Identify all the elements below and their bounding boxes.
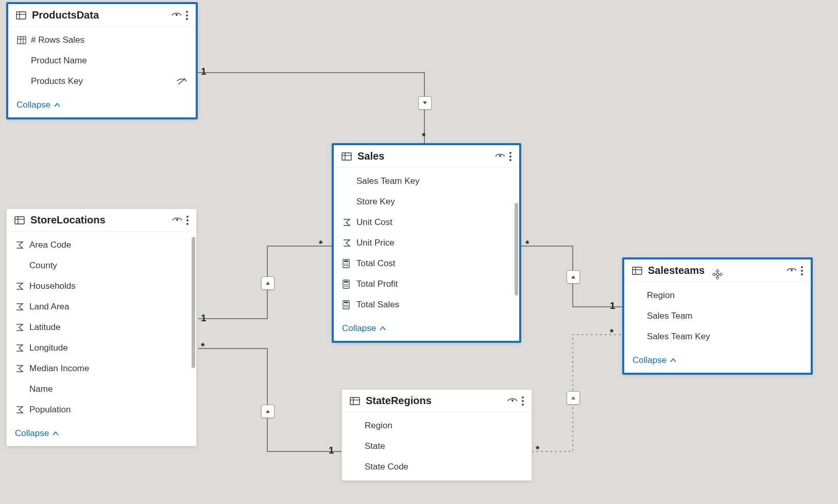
scrollbar-thumb[interactable] <box>192 237 195 368</box>
calculator-icon <box>342 280 356 289</box>
visibility-icon[interactable] <box>494 151 506 162</box>
model-canvas[interactable]: 1 * 1 * * 1 * 1 * * ProductsData # Ro <box>0 0 838 504</box>
table-icon <box>15 10 27 21</box>
field-row[interactable]: Total Sales <box>334 294 519 315</box>
field-row[interactable]: Total Profit <box>334 274 519 294</box>
table-card-sales[interactable]: Sales Sales Team Key Store Key Unit Cost… <box>332 143 521 343</box>
more-options-icon[interactable] <box>509 151 512 162</box>
svg-point-48 <box>186 219 189 221</box>
svg-point-60 <box>791 269 793 271</box>
more-options-icon[interactable] <box>186 215 189 225</box>
svg-point-41 <box>346 306 347 307</box>
svg-point-32 <box>344 286 345 287</box>
field-row[interactable]: Unit Cost <box>334 212 519 233</box>
table-icon <box>341 151 352 162</box>
table-card-stateregions[interactable]: StateRegions Region State State Code <box>341 389 532 481</box>
sigma-icon <box>15 364 29 373</box>
field-row[interactable]: Region <box>624 285 811 306</box>
field-label: Households <box>29 281 188 291</box>
collapse-button[interactable]: Collapse <box>7 423 196 446</box>
field-row[interactable]: Area Code <box>7 235 196 255</box>
field-label: Products Key <box>31 76 176 86</box>
field-row[interactable]: Sales Team Key <box>624 326 811 347</box>
more-options-icon[interactable] <box>185 10 189 21</box>
field-label: Median Income <box>29 363 188 374</box>
relationship-arrow-icon[interactable] <box>567 391 580 405</box>
collapse-button[interactable]: Collapse <box>8 95 196 117</box>
card-header[interactable]: ProductsData <box>8 4 196 27</box>
field-row[interactable]: Store Key <box>334 192 519 212</box>
relationship-arrow-icon[interactable] <box>261 276 275 290</box>
card-header[interactable]: StoreLocations <box>7 209 196 232</box>
field-row[interactable]: State Code <box>342 457 532 477</box>
field-row[interactable]: Sales Team <box>624 306 811 326</box>
field-row[interactable]: Sales Team Key <box>334 171 519 192</box>
field-row[interactable]: County <box>7 255 196 276</box>
collapse-button[interactable]: Collapse <box>334 318 519 341</box>
field-row[interactable]: Total Cost <box>334 253 519 274</box>
svg-point-5 <box>186 14 188 16</box>
sigma-icon <box>15 405 29 414</box>
field-label: Sales Team Key <box>647 332 802 342</box>
measure-icon <box>16 35 31 45</box>
collapse-label: Collapse <box>15 428 49 439</box>
field-row[interactable]: Latitude <box>7 317 196 338</box>
scrollbar-thumb[interactable] <box>515 203 518 296</box>
more-options-icon[interactable] <box>521 396 524 406</box>
field-row[interactable]: Name <box>7 379 196 399</box>
svg-rect-43 <box>15 217 24 224</box>
sigma-icon <box>342 218 356 227</box>
field-label: County <box>29 260 188 271</box>
svg-point-62 <box>801 270 803 272</box>
chevron-up-icon <box>670 357 677 364</box>
field-row[interactable]: Region <box>342 415 532 436</box>
visibility-icon[interactable] <box>507 395 518 407</box>
svg-point-42 <box>347 306 348 307</box>
svg-point-46 <box>176 219 178 221</box>
table-card-productsdata[interactable]: ProductsData # Rows Sales Product Name <box>6 2 198 119</box>
svg-point-3 <box>176 14 178 16</box>
field-row[interactable]: Longitude <box>7 338 196 358</box>
svg-point-22 <box>346 264 347 265</box>
field-row[interactable]: Households <box>7 276 196 297</box>
visibility-icon[interactable] <box>171 10 182 21</box>
sigma-icon <box>15 343 29 353</box>
relationship-arrow-icon[interactable] <box>261 405 275 418</box>
relationship-arrow-icon[interactable] <box>567 270 580 284</box>
field-row[interactable]: State <box>342 436 532 457</box>
visibility-icon[interactable] <box>172 215 183 226</box>
cardinality-many: * <box>610 327 613 338</box>
field-label: Sales Team Key <box>356 176 511 186</box>
field-label: Land Area <box>29 302 188 312</box>
field-row[interactable]: # Rows Sales <box>8 30 196 50</box>
field-row[interactable]: Median Income <box>7 358 196 379</box>
relationship-arrow-icon[interactable] <box>418 96 432 110</box>
svg-point-55 <box>522 400 524 402</box>
card-body: Sales Team Key Store Key Unit Cost Unit … <box>334 168 519 318</box>
field-label: Product Name <box>31 56 187 66</box>
field-row[interactable]: Products Key <box>8 71 196 92</box>
cardinality-many: * <box>319 238 322 250</box>
cardinality-many: * <box>201 341 204 352</box>
more-options-icon[interactable] <box>800 266 803 276</box>
collapse-label: Collapse <box>632 355 666 366</box>
visibility-icon[interactable] <box>786 265 797 276</box>
card-body: # Rows Sales Product Name Products Key <box>8 27 196 95</box>
table-card-storelocations[interactable]: StoreLocations Area Code County Househol… <box>6 208 197 446</box>
collapse-button[interactable]: Collapse <box>624 350 811 373</box>
table-card-salesteams[interactable]: Salesteams Region Sales Team Sales Team … <box>622 257 813 375</box>
svg-point-4 <box>186 11 188 13</box>
field-label: Unit Price <box>356 238 511 248</box>
card-header[interactable]: StateRegions <box>342 390 532 412</box>
cardinality-one: 1 <box>329 445 334 456</box>
field-label: Unit Cost <box>356 217 511 228</box>
card-header[interactable]: Sales <box>334 145 519 168</box>
table-icon <box>349 395 361 407</box>
field-row[interactable]: Unit Price <box>334 233 519 253</box>
hidden-icon[interactable] <box>176 76 187 87</box>
field-label: # Rows Sales <box>31 35 187 45</box>
field-row[interactable]: Product Name <box>8 50 196 71</box>
field-label: Region <box>365 421 523 431</box>
field-row[interactable]: Population <box>7 399 196 420</box>
field-row[interactable]: Land Area <box>7 297 196 317</box>
